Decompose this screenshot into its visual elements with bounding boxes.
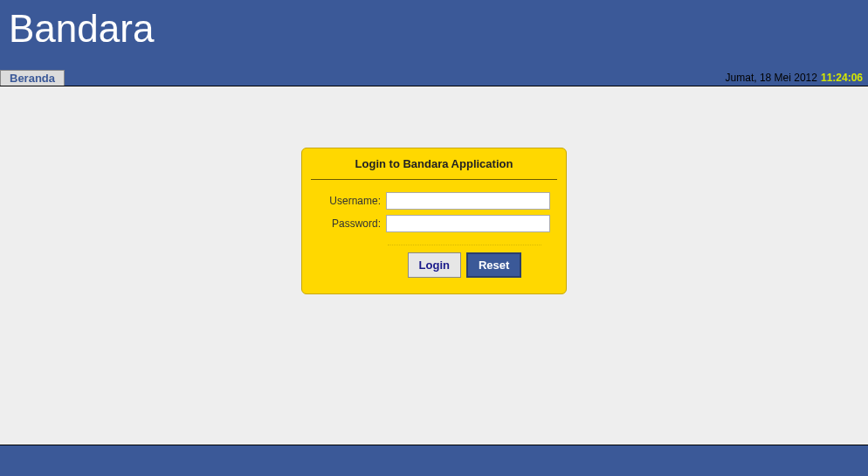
time-text: 11:24:06 bbox=[821, 72, 863, 84]
datetime-display: Jumat, 18 Mei 2012 11:24:06 bbox=[720, 70, 868, 86]
username-label: Username: bbox=[318, 195, 386, 207]
password-input-wrap bbox=[386, 215, 550, 232]
footer bbox=[0, 445, 868, 476]
login-form: Username: Password: Login Reset bbox=[302, 180, 566, 293]
date-text: Jumat, 18 Mei 2012 bbox=[726, 72, 817, 84]
password-row: Password: bbox=[318, 215, 550, 232]
login-box: Login to Bandara Application Username: P… bbox=[301, 148, 567, 294]
password-input[interactable] bbox=[386, 215, 550, 232]
password-label: Password: bbox=[318, 217, 386, 230]
username-row: Username: bbox=[318, 192, 550, 210]
app-title: Bandara bbox=[9, 7, 859, 51]
nav-tab-beranda[interactable]: Beranda bbox=[0, 70, 65, 86]
main-content: Login to Bandara Application Username: P… bbox=[0, 86, 868, 445]
login-title: Login to Bandara Application bbox=[311, 148, 557, 180]
login-button[interactable]: Login bbox=[408, 252, 461, 278]
username-input-wrap bbox=[386, 192, 550, 210]
reset-button[interactable]: Reset bbox=[466, 252, 521, 278]
button-row: Login Reset bbox=[388, 245, 541, 278]
username-input[interactable] bbox=[386, 192, 550, 210]
header: Bandara bbox=[0, 0, 868, 70]
navbar: Beranda Jumat, 18 Mei 2012 11:24:06 bbox=[0, 70, 868, 86]
